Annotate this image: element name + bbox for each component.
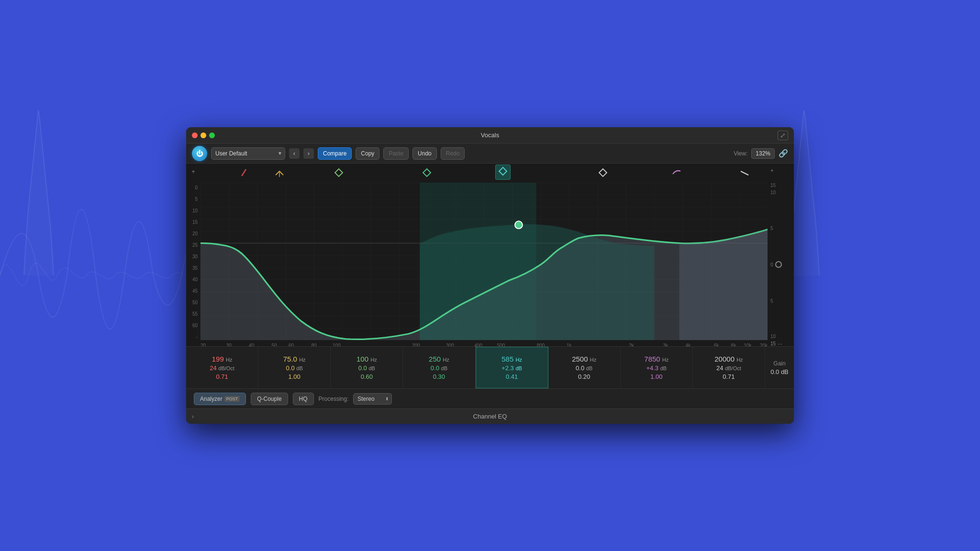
expand-button[interactable]: ⤢ (778, 131, 788, 140)
analyzer-button[interactable]: Analyzer POST (194, 393, 246, 405)
toolbar: ⏻ User Default ▼ ‹ › Compare Copy Paste … (186, 143, 794, 164)
y-right-10: 10 (770, 190, 782, 195)
band-1-db: 24 dB/Oct (210, 364, 234, 372)
window-title: Vocals (481, 132, 499, 139)
view-percent[interactable]: 132% (751, 148, 775, 159)
y-right-15: 15 (770, 183, 776, 188)
q-couple-button[interactable]: Q-Couple (251, 393, 288, 405)
band-8-freq: 20000 Hz (714, 355, 743, 363)
footer-arrow-button[interactable]: › (192, 413, 194, 420)
y-right-0: 0 (770, 262, 773, 267)
y-right-5b: 5 (770, 298, 782, 304)
x-label-50: 50 (271, 343, 277, 346)
band-5-q: 0.41 (506, 373, 518, 380)
band-8-info[interactable]: 20000 Hz 24 dB/Oct 0.71 (693, 347, 765, 388)
minimize-button[interactable] (200, 132, 206, 138)
band-3-handle[interactable] (334, 167, 344, 180)
band-5-handle[interactable] (495, 165, 511, 180)
maximize-button[interactable] (209, 132, 215, 138)
band-5-info[interactable]: 585 Hz +2.3 dB 0.41 (476, 347, 548, 388)
y-axis-right: + 15 10 5 0 5 10 15 - - (768, 164, 794, 346)
band-8-db: 24 dB/Oct (716, 364, 741, 372)
copy-button[interactable]: Copy (356, 147, 379, 160)
band-2-info[interactable]: 75.0 Hz 0.0 dB 1.00 (258, 347, 331, 388)
band-2-freq: 75.0 Hz (283, 355, 306, 363)
band-info-row: 199 Hz 24 dB/Oct 0.71 75.0 Hz 0.0 dB 1.0… (186, 346, 794, 388)
band-7-handle[interactable] (671, 167, 682, 180)
band-3-info[interactable]: 100 Hz 0.0 dB 0.60 (331, 347, 403, 388)
band-6-handle[interactable] (598, 167, 608, 180)
power-button[interactable]: ⏻ (192, 146, 207, 161)
redo-button[interactable]: Redo (441, 147, 465, 160)
plugin-window: Vocals ⤢ ⏻ User Default ▼ ‹ › Compare Co… (186, 127, 794, 424)
x-label-100: 100 (333, 343, 341, 346)
svg-line-0 (242, 169, 246, 176)
view-label: View: (734, 150, 747, 157)
band-1-info[interactable]: 199 Hz 24 dB/Oct 0.71 (186, 347, 258, 388)
gain-value: 0.0 dB (770, 368, 789, 375)
x-label-800: 800 (537, 343, 545, 346)
x-label-1k: 1k (567, 343, 572, 346)
band-7-freq: 7850 Hz (644, 355, 668, 363)
link-icon[interactable]: 🔗 (779, 149, 788, 158)
band-2-handle[interactable] (274, 167, 285, 180)
preset-wrapper: User Default ▼ (211, 147, 285, 160)
band-5-freq: 585 Hz (501, 355, 522, 363)
band-3-freq: 100 Hz (356, 355, 377, 363)
output-knob[interactable] (775, 261, 782, 268)
x-axis: 20 30 40 50 60 80 100 200 300 400 500 80… (200, 340, 768, 346)
y-label-5: 5 (186, 197, 200, 202)
y-right-10b: 10 (770, 334, 782, 339)
x-label-6k: 6k (714, 343, 719, 346)
band-5-db: +2.3 dB (501, 364, 522, 372)
y-right-5: 5 (770, 226, 773, 231)
y-label-50: 50 (186, 300, 200, 305)
bottom-bar: Analyzer POST Q-Couple HQ Processing: St… (186, 388, 794, 408)
eq-curve-area[interactable] (200, 183, 768, 340)
x-label-4k: 4k (686, 343, 691, 346)
compare-button[interactable]: Compare (318, 147, 352, 160)
band-4-info[interactable]: 250 Hz 0.0 dB 0.30 (403, 347, 475, 388)
processing-select[interactable]: Stereo Mid/Side Left Right (353, 393, 392, 405)
svg-marker-2 (335, 169, 343, 176)
band-4-db: 0.0 dB (431, 364, 447, 372)
y-label-60: 60 (186, 323, 200, 328)
minus-icon2: - (780, 341, 781, 346)
y-right-plus: + (770, 167, 773, 173)
band-3-db: 0.0 dB (358, 364, 375, 372)
x-label-10k: 10k (744, 343, 751, 346)
y-label-10: 10 (186, 209, 200, 213)
y-label-40: 40 (186, 277, 200, 282)
band-4-handle[interactable] (422, 167, 432, 180)
band-7-info[interactable]: 7850 Hz +4.3 dB 1.00 (621, 347, 693, 388)
svg-marker-4 (499, 167, 507, 175)
y-label-55: 55 (186, 312, 200, 317)
y-label-35: 35 (186, 266, 200, 271)
band-8-q: 0.71 (723, 373, 735, 380)
band-4-freq: 250 Hz (429, 355, 449, 363)
preset-dropdown[interactable]: User Default (211, 147, 285, 160)
nav-forward-button[interactable]: › (303, 148, 314, 159)
svg-point-14 (515, 221, 523, 229)
x-label-60: 60 (289, 343, 294, 346)
band-2-q: 1.00 (289, 373, 301, 380)
hq-button[interactable]: HQ (293, 393, 314, 405)
processing-wrapper: Stereo Mid/Side Left Right ⬍ (353, 393, 392, 405)
traffic-lights (192, 132, 215, 138)
y-label-25: 25 (186, 243, 200, 248)
svg-line-6 (741, 171, 748, 175)
paste-button[interactable]: Paste (383, 147, 409, 160)
x-label-500: 500 (497, 343, 505, 346)
footer-title: Channel EQ (473, 413, 507, 420)
nav-back-button[interactable]: ‹ (289, 148, 300, 159)
band-2-db: 0.0 dB (286, 364, 303, 372)
band-1-q: 0.71 (216, 373, 228, 380)
band-8-handle[interactable] (739, 167, 750, 180)
band-1-handle[interactable] (240, 167, 251, 180)
band-6-q: 0.20 (578, 373, 590, 380)
undo-button[interactable]: Undo (412, 147, 437, 160)
band-3-q: 0.60 (361, 373, 373, 380)
y-axis-left: + 0 5 10 15 20 25 30 35 40 45 50 55 (186, 164, 200, 346)
close-button[interactable] (192, 132, 198, 138)
band-6-info[interactable]: 2500 Hz 0.0 dB 0.20 (548, 347, 621, 388)
